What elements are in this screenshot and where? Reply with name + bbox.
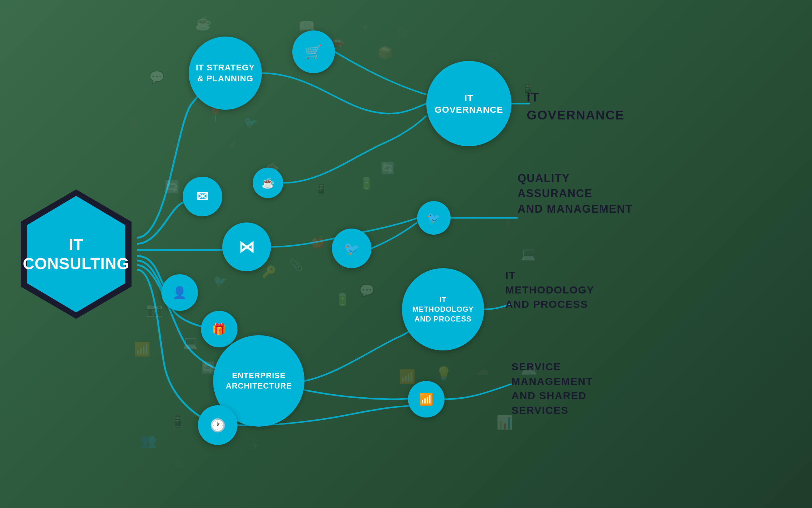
bg-key-icon: 🔑 xyxy=(262,265,276,279)
bg-gear5-icon: ⚙ xyxy=(487,49,500,66)
bg-users-icon: 👥 xyxy=(140,433,157,449)
methodology-label: IT METHODOLOGY AND PROCESS xyxy=(412,295,474,324)
users-icon: 👤 xyxy=(172,286,187,299)
coffee-circle: ☕ xyxy=(253,168,283,198)
hexagon-label: IT CONSULTING xyxy=(23,235,129,273)
bg-wifi2-icon: 📶 xyxy=(399,369,416,385)
clock-circle: 🕐 xyxy=(198,405,237,445)
bg-battery-icon: 🔋 xyxy=(359,177,374,190)
cart-circle: 🛒 xyxy=(292,31,335,73)
strategy-label: IT STRATEGY & PLANNING xyxy=(196,62,255,84)
methodology-circle: IT METHODOLOGY AND PROCESS xyxy=(402,268,484,350)
bg-gear2-icon: ⚙ xyxy=(149,198,160,212)
service-wifi-circle: 📶 xyxy=(408,381,444,418)
share-circle: ⋈ xyxy=(222,222,271,271)
bg-laptop-icon: 💻 xyxy=(183,335,198,349)
hexagon-label-line1: IT xyxy=(69,236,84,253)
bg-chat-icon: 💬 xyxy=(149,70,164,84)
bg-cloud-icon: ☁ xyxy=(475,361,489,378)
bird-circle: 🐦 xyxy=(332,228,372,268)
bg-mobile-icon: 📱 xyxy=(171,415,186,429)
bg-laptop3-icon: 💻 xyxy=(521,247,536,261)
bg-check-icon: ✔ xyxy=(171,137,182,153)
bg-camera-icon: 📷 xyxy=(146,302,163,318)
diagram-container: ☕ 💬 🖥 ✔ 📍 🐦 ✔ 📖 🚗 ☀ 📦 ⚙ 🔄 ⚙ ☕ 📱 🔋 🔄 🍎 📍 … xyxy=(0,0,812,508)
bg-plane2-icon: ✈ xyxy=(503,216,513,230)
bg-paperclip-icon: 📎 xyxy=(289,259,303,272)
governance-circle: IT GOVERNANCE xyxy=(426,61,512,146)
bg-chat2-icon: 💬 xyxy=(359,284,375,298)
bg-gear4-icon: ⚙ xyxy=(174,457,185,471)
methodology-label-text: IT METHODOLOGY AND PROCESS xyxy=(506,268,594,312)
email-icon: ✉ xyxy=(196,188,208,205)
bg-monitor-icon: 🖥 xyxy=(128,116,140,129)
bg-check2-icon: ✔ xyxy=(228,137,239,151)
bird-icon: 🐦 xyxy=(344,241,360,256)
governance-label: IT GOVERNANCE xyxy=(434,92,503,116)
bg-refresh3-icon: 🔄 xyxy=(201,361,215,375)
it-consulting-hexagon: IT CONSULTING xyxy=(18,187,134,321)
bg-bird-icon: 🐦 xyxy=(244,116,258,129)
hexagon-label-line2: CONSULTING xyxy=(23,255,129,272)
service-wifi-icon: 📶 xyxy=(419,392,434,406)
bg-chart-icon: 📊 xyxy=(496,415,513,430)
gift-circle: 🎁 xyxy=(201,311,237,347)
bg-plane-icon: ✈ xyxy=(250,439,260,453)
bg-box-icon: 📦 xyxy=(378,46,393,60)
gift-icon: 🎁 xyxy=(212,323,227,336)
bg-bulb-icon: 💡 xyxy=(435,366,452,382)
share-icon: ⋈ xyxy=(239,238,255,256)
bg-refresh2-icon: 🔄 xyxy=(381,162,395,175)
bg-coffee-icon: ☕ xyxy=(195,15,211,31)
clock-icon: 🕐 xyxy=(210,418,226,433)
bg-gear1-icon: ⚙ xyxy=(396,25,408,41)
users-circle: 👤 xyxy=(161,274,198,311)
bg-battery2-icon: 🔋 xyxy=(335,293,350,307)
bg-bird2-icon: 🐦 xyxy=(213,274,228,288)
bg-tablet-icon: 📱 xyxy=(314,183,328,196)
enterprise-label: ENTERPRISE ARCHITECTURE xyxy=(226,371,292,391)
email-circle: ✉ xyxy=(183,177,222,216)
quality-bird-circle: 🐦 xyxy=(417,201,450,235)
quality-label-text: QUALITY ASSURANCE AND MANAGEMENT xyxy=(518,171,633,217)
strategy-circle: IT STRATEGY & PLANNING xyxy=(189,37,262,110)
governance-label-text: IT GOVERNANCE xyxy=(527,88,624,124)
bg-wifi-icon: 📶 xyxy=(134,341,151,357)
quality-bird-icon: 🐦 xyxy=(427,211,441,224)
coffee-icon: ☕ xyxy=(261,177,275,189)
bg-sun-icon: ☀ xyxy=(359,20,371,35)
bg-apple-icon: 🍎 xyxy=(311,235,326,249)
bg-refresh-icon: 🔄 xyxy=(164,180,180,194)
cart-icon: 🛒 xyxy=(305,44,322,60)
service-label-text: SERVICE MANAGEMENT AND SHARED SERVICES xyxy=(512,359,593,418)
